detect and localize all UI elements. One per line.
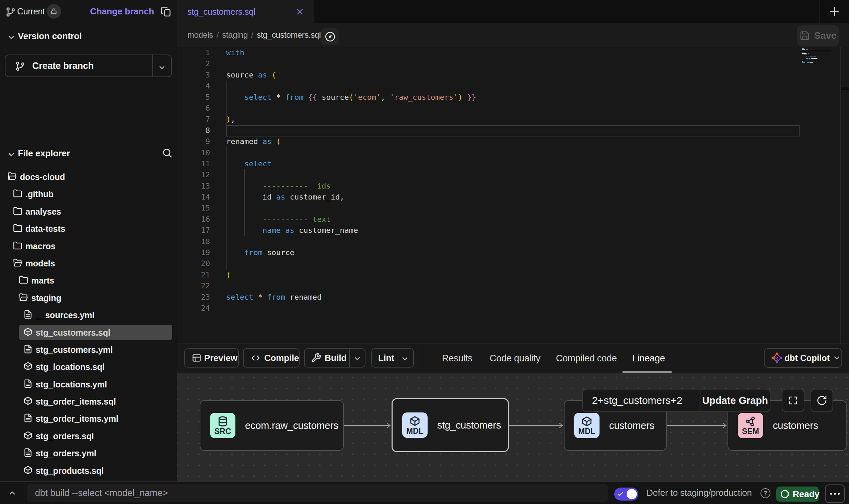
change-branch-link[interactable]: Change branch: [90, 0, 154, 23]
code-line-13[interactable]: 13 ---------- ids: [177, 181, 800, 192]
build-button[interactable]: Build: [304, 348, 365, 368]
file-row-stg-customers-sql[interactable]: stg_customers.sql: [0, 324, 177, 341]
file-row-stg-locations-yml[interactable]: stg_locations.yml: [0, 375, 177, 393]
code-line-20[interactable]: 20: [177, 258, 800, 269]
code-line-16[interactable]: 16 ---------- text: [177, 214, 800, 225]
node-label: ecom.raw_customers: [245, 401, 338, 450]
breadcrumb-segment[interactable]: staging: [222, 30, 248, 39]
refresh-button[interactable]: [811, 389, 833, 412]
chevron-down-icon[interactable]: [401, 355, 409, 363]
file-row-marts[interactable]: marts: [0, 272, 177, 289]
file-explorer-collapse-icon[interactable]: [7, 150, 16, 159]
lineage-selector-input[interactable]: 2+stg_customers+2: [582, 389, 700, 412]
breadcrumb-segment[interactable]: stg_customers.sql: [257, 30, 321, 39]
file-row-stg-orders-sql[interactable]: stg_orders.sql: [0, 428, 177, 445]
folder-open-icon: [13, 258, 22, 267]
code-line-1[interactable]: 1with: [177, 47, 800, 58]
more-options-button[interactable]: [825, 484, 845, 503]
line-number: 18: [177, 236, 210, 247]
code-line-7[interactable]: 7),: [177, 114, 800, 125]
help-icon[interactable]: ?: [760, 488, 770, 498]
file-row-models[interactable]: models: [0, 255, 177, 272]
folder-icon-wrap: [13, 241, 22, 251]
lineage-edge: [509, 425, 562, 426]
fullscreen-icon: [788, 395, 798, 406]
code-line-6[interactable]: 6: [177, 103, 800, 114]
code-line-22[interactable]: 22: [177, 280, 800, 291]
code-line-24[interactable]: 24: [177, 303, 800, 314]
create-branch-button[interactable]: Create branch: [5, 55, 172, 77]
minimap[interactable]: [802, 48, 840, 69]
update-graph-button[interactable]: Update Graph: [700, 389, 770, 412]
breadcrumb-separator: /: [213, 30, 222, 39]
code-line-23[interactable]: 23select * from renamed: [177, 292, 800, 303]
search-icon[interactable]: [162, 147, 173, 158]
code-line-21[interactable]: 21): [177, 269, 800, 280]
fullscreen-button[interactable]: [782, 389, 804, 412]
node-badge-src: SRC: [210, 413, 235, 438]
defer-toggle[interactable]: [614, 488, 638, 501]
result-tab-compiled-code[interactable]: Compiled code: [556, 344, 617, 371]
code-editor[interactable]: 1with23source as (45 select * from {{ so…: [177, 47, 849, 344]
code-line-12[interactable]: 12: [177, 169, 800, 180]
preview-button[interactable]: Preview: [184, 348, 239, 368]
result-tab-code-quality[interactable]: Code quality: [490, 344, 540, 371]
file-row-data-tests[interactable]: data-tests: [0, 220, 177, 237]
code-line-9[interactable]: 9renamed as (: [177, 136, 800, 147]
file-row--github[interactable]: .github: [0, 185, 177, 203]
file-label: stg_products.sql: [36, 466, 104, 476]
ellipsis-dot: [830, 493, 832, 495]
line-number: 14: [177, 192, 210, 203]
code-line-4[interactable]: 4: [177, 81, 800, 92]
copilot-compass-button[interactable]: [321, 28, 339, 45]
new-tab-plus-icon[interactable]: [828, 5, 841, 19]
file-row-stg-order-items-sql[interactable]: stg_order_items.sql: [0, 393, 177, 410]
result-tab-lineage[interactable]: Lineage: [632, 344, 665, 371]
file-row-docs-cloud[interactable]: docs-cloud: [0, 168, 177, 185]
lineage-edge-arrow: [558, 421, 564, 431]
file-row-staging[interactable]: staging: [0, 289, 177, 307]
close-tab-icon[interactable]: [296, 8, 304, 16]
chevron-up-icon[interactable]: [8, 489, 17, 497]
copy-icon[interactable]: [160, 6, 172, 17]
chevron-down-icon[interactable]: [158, 63, 166, 72]
lineage-panel[interactable]: SRCecom.raw_customersMDLstg_customersMDL…: [177, 373, 849, 481]
line-number: 6: [177, 103, 210, 114]
code-line-11[interactable]: 11 select: [177, 158, 800, 169]
code-line-2[interactable]: 2: [177, 58, 800, 69]
ready-status-badge[interactable]: Ready: [776, 487, 819, 502]
lineage-node-ecom-raw-customers[interactable]: SRCecom.raw_customers: [200, 400, 344, 451]
code-line-19[interactable]: 19 from source: [177, 247, 800, 258]
file-row--sources-yml[interactable]: __sources.yml: [0, 307, 177, 324]
tab-stg-customers-sql[interactable]: stg_customers.sql: [177, 0, 314, 23]
code-text: from source: [226, 247, 294, 258]
code-line-8[interactable]: 8: [177, 125, 800, 136]
version-control-collapse-icon[interactable]: [7, 33, 16, 42]
preview-label: Preview: [204, 353, 237, 363]
lint-button[interactable]: Lint: [371, 348, 414, 368]
command-input[interactable]: dbt build --select <model_name>: [27, 484, 608, 502]
code-line-5[interactable]: 5 select * from {{ source('ecom', 'raw_c…: [177, 92, 800, 103]
file-row-analyses[interactable]: analyses: [0, 203, 177, 220]
code-line-15[interactable]: 15: [177, 203, 800, 214]
lineage-node-stg-customers[interactable]: MDLstg_customers: [392, 398, 509, 452]
file-row-stg-orders-yml[interactable]: stg_orders.yml: [0, 445, 177, 462]
file-row-stg-order-items-yml[interactable]: stg_order_items.yml: [0, 410, 177, 427]
code-line-14[interactable]: 14 id as customer_id,: [177, 192, 800, 203]
file-row-stg-products-sql[interactable]: stg_products.sql: [0, 462, 177, 479]
code-line-17[interactable]: 17 name as customer_name: [177, 225, 800, 236]
code-line-3[interactable]: 3source as (: [177, 70, 800, 81]
tab-title: stg_customers.sql: [187, 0, 255, 23]
chevron-down-icon[interactable]: [353, 355, 361, 363]
dbt-copilot-button[interactable]: dbt Copilot: [764, 348, 842, 368]
node-badge-mdl: MDL: [574, 413, 600, 438]
file-row-stg-locations-sql[interactable]: stg_locations.sql: [0, 358, 177, 375]
save-button[interactable]: Save: [797, 25, 839, 46]
compile-button[interactable]: Compile: [243, 348, 300, 368]
file-row-macros[interactable]: macros: [0, 237, 177, 254]
code-line-10[interactable]: 10: [177, 147, 800, 158]
code-line-18[interactable]: 18: [177, 236, 800, 247]
result-tab-results[interactable]: Results: [442, 344, 473, 371]
file-row-stg-customers-yml[interactable]: stg_customers.yml: [0, 341, 177, 358]
breadcrumb-segment[interactable]: models: [187, 30, 213, 39]
